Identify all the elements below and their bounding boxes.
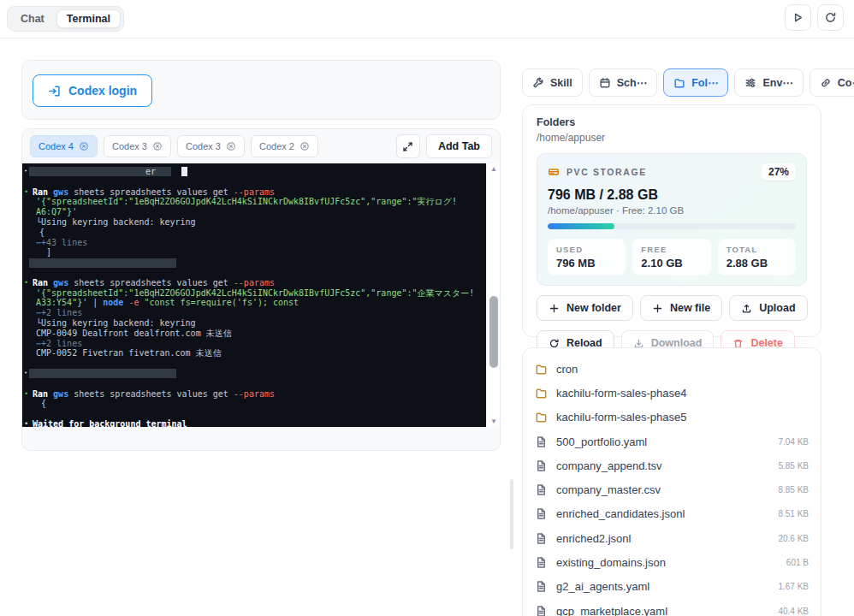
folder-row[interactable]: kachilu-form-sales-phase4: [535, 381, 809, 405]
folder-icon: [673, 77, 685, 89]
panel-tab-sch[interactable]: Sch⋯: [589, 68, 657, 97]
storage-stats: USED796 MBFREE2.10 GBTOTAL2.88 GB: [548, 239, 796, 275]
terminal-tab[interactable]: Codex 4: [30, 135, 98, 157]
terminal-line: └Using keyring backend: keyring: [24, 318, 484, 329]
codex-login-button[interactable]: Codex login: [33, 74, 152, 107]
calendar-icon: [599, 77, 611, 89]
stat-label: USED: [556, 245, 617, 254]
drive-icon: [548, 166, 560, 178]
action-label: New folder: [566, 302, 621, 314]
run-button[interactable]: [785, 4, 811, 31]
file-size: 8.85 KB: [778, 485, 809, 495]
terminal-line: •Waited for background terminal: [24, 419, 484, 427]
terminal-tab[interactable]: Codex 2: [251, 135, 318, 157]
terminal-line: [24, 268, 484, 278]
folder-icon: [535, 363, 548, 376]
file-row[interactable]: existing_domains.json601 B: [535, 550, 809, 574]
terminal-line: •er: [24, 167, 484, 177]
file-size: 40.4 KB: [778, 607, 809, 616]
panel-tab-fol[interactable]: Fol⋯: [663, 68, 728, 97]
link-icon: [820, 77, 832, 89]
file-size: 7.04 KB: [778, 437, 809, 447]
file-row[interactable]: enriched2.jsonl20.6 KB: [535, 526, 809, 550]
close-tab-icon[interactable]: [226, 141, 236, 151]
folders-card: Folders /home/appuser PVC STORAGE 27% 79…: [522, 104, 821, 337]
panel-tab-env[interactable]: Env⋯: [734, 68, 803, 97]
pvc-storage-card: PVC STORAGE 27% 796 MB / 2.88 GB /home/a…: [537, 153, 807, 286]
folder-row[interactable]: kachilu-form-sales-phase5: [535, 406, 809, 429]
panel-tab-label: Sch⋯: [617, 76, 647, 89]
file-name: kachilu-form-sales-phase4: [556, 387, 686, 400]
storage-stat-total: TOTAL2.88 GB: [718, 239, 796, 275]
terminal-selection-bar: [29, 258, 176, 268]
terminal-tab[interactable]: Codex 3: [177, 135, 245, 157]
close-tab-icon[interactable]: [79, 141, 89, 151]
terminal-selection-bar: er: [29, 167, 171, 176]
upload-button[interactable]: Upload: [729, 295, 807, 321]
file-row[interactable]: enriched_candidates.jsonl8.51 KB: [535, 502, 809, 526]
panel-tab-skill[interactable]: Skill: [522, 68, 583, 97]
storage-path-free: /home/appuser · Free: 2.10 GB: [548, 205, 796, 216]
scroll-down-icon[interactable]: ▼: [487, 418, 501, 425]
new-file-button[interactable]: New file: [640, 295, 722, 321]
file-name: enriched2.jsonl: [556, 532, 631, 545]
action-label: Upload: [759, 302, 795, 314]
storage-percent-badge: 27%: [762, 163, 796, 181]
file-icon: [535, 556, 548, 569]
terminal-scrollbar-thumb[interactable]: [489, 296, 498, 368]
terminal-line: A6:Q7"}': [24, 207, 484, 217]
terminal-selection-bar: [29, 369, 176, 378]
folder-row[interactable]: cron: [535, 357, 809, 381]
folders-title: Folders: [537, 116, 807, 128]
file-row[interactable]: company_append.tsv5.85 KB: [535, 453, 809, 477]
plus-icon: [549, 303, 560, 314]
terminal-tabs: Codex 4Codex 3Codex 3Codex 2: [30, 135, 318, 157]
terminal-tab-label: Codex 3: [186, 141, 221, 151]
file-size: 601 B: [786, 558, 809, 567]
file-row[interactable]: company_master.csv8.85 KB: [535, 477, 809, 501]
file-row[interactable]: 500_portfolio.yaml7.04 KB: [535, 429, 809, 453]
scroll-up-icon[interactable]: ▲: [487, 165, 501, 173]
close-tab-icon[interactable]: [152, 141, 163, 151]
file-name: enriched_candidates.jsonl: [556, 507, 685, 520]
expand-icon: [402, 141, 413, 152]
file-name: cron: [556, 363, 578, 376]
terminal-scrollbar[interactable]: ▲ ▼: [486, 163, 500, 427]
file-row[interactable]: gcp_marketplace.yaml40.4 KB: [535, 599, 809, 616]
terminal-line: ⋯+43 lines: [24, 238, 484, 248]
codex-login-label: Codex login: [68, 84, 137, 98]
expand-terminal-button[interactable]: [396, 134, 420, 158]
terminal-line: [24, 177, 484, 187]
file-row[interactable]: g2_ai_agents.yaml1.67 KB: [535, 575, 809, 599]
file-actions-row-1: New folderNew fileUpload: [537, 295, 807, 321]
terminal-line: {: [24, 399, 484, 409]
terminal-line: CMP-0052 Fivetran fivetran.com 未送信: [24, 348, 484, 358]
panel-scrollbar-thumb[interactable]: [510, 479, 513, 549]
new-folder-button[interactable]: New folder: [537, 295, 633, 321]
tab-terminal[interactable]: Terminal: [56, 9, 121, 28]
terminal-tab[interactable]: Codex 3: [104, 135, 171, 157]
login-card: Codex login: [21, 60, 501, 120]
file-size: 1.67 KB: [778, 582, 809, 591]
storage-progress-track: [548, 223, 796, 229]
file-name: gcp_marketplace.yaml: [556, 605, 667, 616]
terminal-line: ⋯+2 lines: [24, 308, 484, 318]
panel-tab-co[interactable]: Co⋯: [810, 68, 854, 97]
file-icon: [535, 459, 548, 472]
terminal-line: └Using keyring backend: keyring: [24, 217, 484, 228]
stat-value: 2.10 GB: [641, 257, 702, 270]
add-tab-button[interactable]: Add Tab: [426, 134, 492, 158]
terminal-line: •: [24, 369, 484, 379]
terminal-output[interactable]: •er•Ran gws sheets spreadsheets values g…: [21, 163, 488, 427]
stat-value: 2.88 GB: [726, 257, 787, 270]
refresh-button[interactable]: [817, 4, 844, 31]
terminal-tab-bar: Codex 4Codex 3Codex 3Codex 2 Add Tab: [22, 129, 500, 163]
file-icon: [535, 605, 548, 616]
file-icon: [535, 507, 548, 520]
terminal-line: '{"spreadsheetId":"1eBqH2ZO6GOJpdK42LcH4…: [24, 197, 484, 207]
tab-chat[interactable]: Chat: [10, 9, 55, 28]
view-switcher: Chat Terminal: [7, 6, 124, 32]
storage-usage: 796 MB / 2.88 GB: [548, 187, 796, 203]
close-tab-icon[interactable]: [299, 141, 310, 151]
file-name: g2_ai_agents.yaml: [556, 580, 649, 593]
